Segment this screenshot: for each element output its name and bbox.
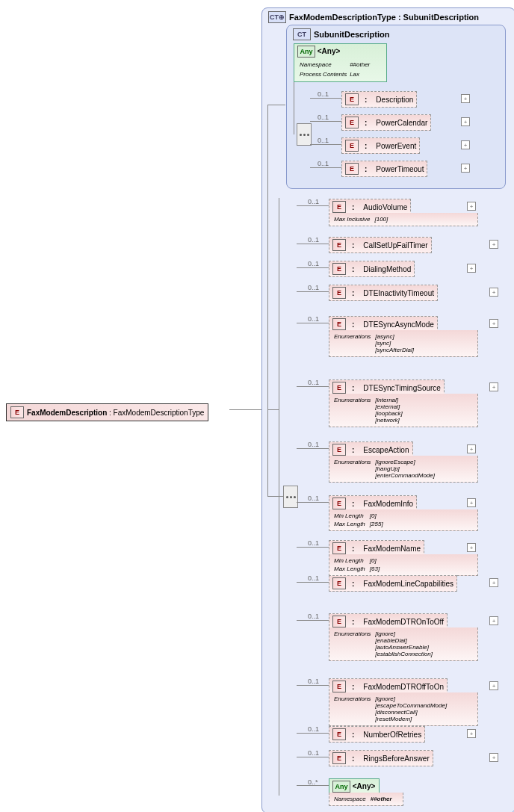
expand-icon[interactable]: + bbox=[467, 202, 476, 211]
any-badge: Any bbox=[297, 46, 315, 58]
connector bbox=[310, 98, 341, 99]
element-badge: E bbox=[332, 318, 346, 330]
element-badge: E bbox=[332, 728, 346, 740]
connector bbox=[267, 496, 283, 497]
cardinality: 0..1 bbox=[308, 315, 319, 323]
element-badge: E bbox=[332, 498, 346, 509]
ref-powercalendar[interactable]: E : PowerCalendar bbox=[341, 114, 431, 131]
element-badge: E bbox=[332, 444, 346, 456]
connector bbox=[297, 386, 329, 387]
connector bbox=[310, 144, 341, 145]
expand-icon[interactable]: + bbox=[461, 140, 470, 149]
sequence-compositor[interactable] bbox=[297, 123, 312, 146]
ref-name: FaxModemInfo bbox=[363, 500, 413, 508]
element-badge: E bbox=[332, 577, 346, 589]
expand-icon[interactable]: + bbox=[489, 288, 498, 297]
connector bbox=[267, 105, 268, 497]
cardinality: 0..1 bbox=[318, 90, 329, 98]
expand-icon[interactable]: + bbox=[467, 498, 476, 507]
expand-icon[interactable]: + bbox=[461, 117, 470, 126]
ct-badge: CT⊕ bbox=[268, 11, 286, 23]
any-badge: Any bbox=[332, 781, 350, 793]
subunit-title: SubunitDescription bbox=[314, 30, 389, 39]
root-element[interactable]: E FaxModemDescription : FaxModemDescript… bbox=[6, 403, 208, 421]
element-badge: E bbox=[332, 616, 346, 627]
cardinality: 0..1 bbox=[308, 725, 319, 733]
connector bbox=[297, 323, 329, 323]
connector bbox=[294, 82, 294, 134]
element-badge: E bbox=[10, 406, 24, 418]
ref-callsetupfailtimer[interactable]: E : CallSetUpFailTimer bbox=[329, 237, 432, 253]
expand-icon[interactable]: + bbox=[489, 382, 498, 391]
ref-name: FaxModemDTROnToOff bbox=[363, 618, 444, 626]
ref-name: FaxModemName bbox=[363, 545, 421, 553]
element-badge: E bbox=[332, 681, 346, 692]
ref-faxmodemlinecapabilities[interactable]: E : FaxModemLineCapabilities bbox=[329, 575, 457, 592]
ref-name: DTESyncAsyncMode bbox=[363, 320, 433, 329]
cardinality: 0..1 bbox=[308, 198, 319, 205]
ref-name: EscapeAction bbox=[363, 446, 409, 454]
connector bbox=[297, 785, 329, 786]
ref-powerevent[interactable]: E : PowerEvent bbox=[341, 137, 420, 154]
connector bbox=[297, 291, 329, 292]
ref-dteinactivitytimeout[interactable]: E : DTEInactivityTimeout bbox=[329, 285, 438, 301]
ref-name: PowerTimeout bbox=[376, 165, 424, 173]
ref-name: RingsBeforeAnswer bbox=[363, 754, 429, 763]
element-badge: E bbox=[332, 542, 346, 554]
cardinality: 0..1 bbox=[308, 284, 319, 291]
expand-icon[interactable]: + bbox=[467, 444, 476, 453]
pc-label: Process Contents bbox=[299, 70, 347, 78]
cardinality: 0..1 bbox=[308, 749, 319, 757]
expand-icon[interactable]: + bbox=[467, 729, 476, 738]
cardinality: 0..1 bbox=[308, 236, 319, 244]
constraint-box: Min Length[0]Max Length[255] bbox=[329, 509, 478, 531]
expand-icon[interactable]: + bbox=[489, 681, 498, 690]
constraint-box: Enumerations[ignore][escapeToCommandMode… bbox=[329, 692, 478, 726]
element-badge: E bbox=[332, 287, 346, 299]
expand-icon[interactable]: + bbox=[489, 616, 498, 625]
cardinality: 0..1 bbox=[308, 613, 319, 620]
expand-icon[interactable]: + bbox=[467, 543, 476, 552]
ref-name: Description bbox=[376, 96, 413, 104]
element-badge: E bbox=[345, 117, 359, 128]
expand-icon[interactable]: + bbox=[467, 264, 476, 273]
connector bbox=[310, 167, 341, 168]
cardinality: 0..1 bbox=[308, 539, 319, 547]
cardinality: 0..1 bbox=[308, 495, 319, 502]
sequence-compositor[interactable] bbox=[283, 486, 298, 508]
ns-label: Namespace bbox=[334, 796, 369, 802]
ref-name: NumberOfRetries bbox=[363, 731, 421, 739]
ref-ringsbeforeanswer[interactable]: E : RingsBeforeAnswer bbox=[329, 750, 433, 766]
expand-icon[interactable]: + bbox=[489, 319, 498, 328]
element-badge: E bbox=[345, 93, 359, 105]
connector bbox=[297, 733, 329, 734]
cardinality: 0..1 bbox=[308, 441, 319, 448]
cardinality: 0..1 bbox=[318, 114, 329, 121]
constraint-box: Min Length[0]Max Length[63] bbox=[329, 554, 478, 576]
expand-icon[interactable]: + bbox=[489, 578, 498, 587]
connector bbox=[297, 685, 329, 686]
ref-dialingmethod[interactable]: E : DialingMethod bbox=[329, 261, 415, 277]
connector bbox=[279, 198, 279, 796]
expand-icon[interactable]: + bbox=[489, 240, 498, 249]
expand-icon[interactable]: + bbox=[461, 94, 470, 103]
constraint-box: Enumerations[ignoreEscape][hangUp][enter… bbox=[329, 456, 478, 483]
constraint-box: Enumerations[async][sync][syncAfterDial] bbox=[329, 330, 478, 357]
connector bbox=[297, 244, 329, 244]
ref-powertimeout[interactable]: E : PowerTimeout bbox=[341, 161, 427, 177]
ref-name: CallSetUpFailTimer bbox=[363, 241, 427, 250]
ref-name: FaxModemDTROffToOn bbox=[363, 683, 444, 691]
expand-icon[interactable]: + bbox=[489, 753, 498, 762]
subunit-header: CT SubunitDescription bbox=[287, 25, 505, 43]
ns-value: ##other bbox=[371, 796, 392, 802]
ref-description[interactable]: E : Description bbox=[341, 91, 417, 108]
any-label: <Any> bbox=[318, 47, 341, 55]
constraint-box: Enumerations[ignore][enableDial][autoAns… bbox=[329, 627, 478, 661]
expand-icon[interactable]: + bbox=[461, 164, 470, 173]
any-element[interactable]: Any <Any> Namespace##other Process Conte… bbox=[294, 43, 387, 82]
connector bbox=[297, 267, 329, 268]
ref-numberofretries[interactable]: E : NumberOfRetries bbox=[329, 726, 425, 743]
cardinality: 0..1 bbox=[318, 160, 329, 167]
any-label: <Any> bbox=[353, 782, 376, 790]
constraint-box: Max Inclusive[100] bbox=[329, 213, 478, 226]
